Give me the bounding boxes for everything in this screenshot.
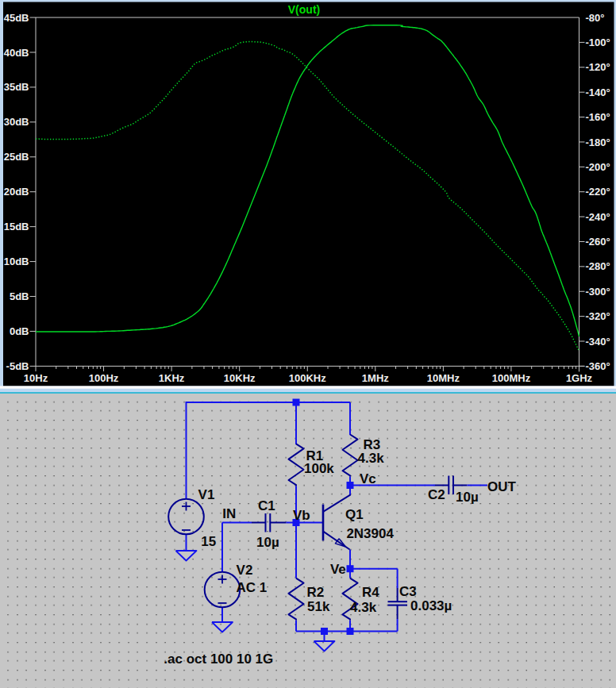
svg-text:4.3k: 4.3k xyxy=(358,451,385,466)
svg-text:10KHz: 10KHz xyxy=(224,372,256,384)
svg-text:-180°: -180° xyxy=(586,136,610,148)
svg-text:100KHz: 100KHz xyxy=(289,372,326,384)
svg-text:10µ: 10µ xyxy=(456,490,479,505)
svg-text:.ac oct 100 10 1G: .ac oct 100 10 1G xyxy=(164,651,273,667)
svg-text:45dB: 45dB xyxy=(4,12,29,24)
svg-text:1GHz: 1GHz xyxy=(566,372,593,384)
svg-text:10MHz: 10MHz xyxy=(427,372,460,384)
svg-text:10Hz: 10Hz xyxy=(24,372,48,384)
svg-text:-200°: -200° xyxy=(586,161,610,173)
svg-text:40dB: 40dB xyxy=(4,47,29,59)
svg-text:100Hz: 100Hz xyxy=(89,372,119,384)
svg-text:0dB: 0dB xyxy=(10,325,29,337)
svg-text:-300°: -300° xyxy=(586,286,610,298)
svg-text:-260°: -260° xyxy=(586,236,610,248)
svg-text:15: 15 xyxy=(201,534,216,549)
svg-text:V2: V2 xyxy=(237,563,253,578)
svg-text:100k: 100k xyxy=(304,461,334,476)
svg-text:25dB: 25dB xyxy=(4,151,29,163)
svg-text:-160°: -160° xyxy=(586,111,610,123)
svg-text:10µ: 10µ xyxy=(256,535,279,550)
svg-text:5dB: 5dB xyxy=(10,290,29,302)
svg-text:4.3k: 4.3k xyxy=(350,600,377,615)
svg-text:R4: R4 xyxy=(362,585,379,600)
svg-text:1MHz: 1MHz xyxy=(362,372,389,384)
svg-text:2N3904: 2N3904 xyxy=(346,526,394,541)
svg-text:-340°: -340° xyxy=(586,336,610,348)
svg-text:0.033µ: 0.033µ xyxy=(410,598,452,613)
svg-text:35dB: 35dB xyxy=(4,81,29,93)
svg-text:30dB: 30dB xyxy=(4,116,29,128)
svg-text:R2: R2 xyxy=(307,585,325,600)
svg-text:15dB: 15dB xyxy=(4,221,29,233)
svg-text:-80°: -80° xyxy=(586,12,605,24)
svg-text:-5dB: -5dB xyxy=(6,360,29,372)
svg-text:1KHz: 1KHz xyxy=(159,372,185,384)
svg-text:AC 1: AC 1 xyxy=(237,580,268,595)
svg-text:Vb: Vb xyxy=(293,508,310,523)
svg-text:-320°: -320° xyxy=(586,310,610,322)
svg-text:-280°: -280° xyxy=(586,260,610,272)
svg-text:Q1: Q1 xyxy=(345,507,364,522)
svg-text:C3: C3 xyxy=(399,584,417,599)
svg-text:-100°: -100° xyxy=(586,37,610,48)
svg-text:100MHz: 100MHz xyxy=(492,372,531,384)
svg-text:OUT: OUT xyxy=(487,479,517,494)
svg-text:IN: IN xyxy=(222,506,236,521)
svg-text:R3: R3 xyxy=(364,437,381,452)
svg-text:C1: C1 xyxy=(258,498,275,513)
svg-text:Ve: Ve xyxy=(330,562,346,577)
svg-text:-120°: -120° xyxy=(586,61,610,73)
svg-text:-240°: -240° xyxy=(586,211,610,223)
svg-text:V(out): V(out) xyxy=(288,3,320,16)
svg-text:-140°: -140° xyxy=(586,86,610,98)
svg-text:-220°: -220° xyxy=(586,186,610,198)
svg-text:Vc: Vc xyxy=(360,471,376,486)
svg-text:-360°: -360° xyxy=(586,360,610,372)
svg-text:51k: 51k xyxy=(307,599,330,614)
svg-text:V1: V1 xyxy=(198,487,215,502)
svg-text:10dB: 10dB xyxy=(4,256,29,267)
svg-text:20dB: 20dB xyxy=(4,186,29,198)
svg-text:C2: C2 xyxy=(428,487,445,502)
